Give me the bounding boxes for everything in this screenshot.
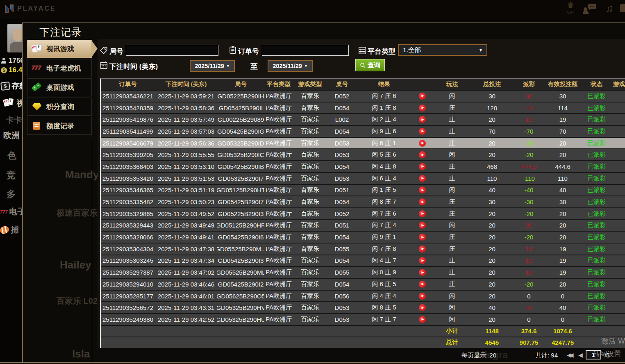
play-video-button[interactable]: ▶ bbox=[419, 151, 426, 158]
table-row[interactable]: 2511290353534202025-11-29 03:51:53GD0532… bbox=[101, 173, 625, 185]
play-video-button[interactable]: ▶ bbox=[419, 257, 426, 264]
cell-table-no: D054 bbox=[327, 161, 357, 172]
round-no-input[interactable] bbox=[126, 45, 218, 56]
cell-game-type: 百家乐 bbox=[293, 161, 327, 172]
table-row[interactable]: 2511290353463652025-11-29 03:51:19GD0512… bbox=[101, 185, 625, 197]
date-to-select[interactable]: 2025/11/29 ▼ bbox=[268, 60, 313, 72]
first-page-button[interactable]: ◀◀ bbox=[567, 352, 572, 358]
table-row[interactable]: 2511290352493802025-11-29 03:42:52GD0532… bbox=[101, 314, 625, 326]
nav-video[interactable]: K♥9 视 bbox=[3, 98, 25, 109]
table-row[interactable]: 2511290353354822025-11-29 03:50:23GD0542… bbox=[101, 196, 625, 208]
sidebar-item-points-query[interactable]: 积分查询 bbox=[27, 98, 92, 116]
play-video-button[interactable]: ▶ bbox=[419, 105, 426, 111]
cell-result: 闲 6 庄 4 bbox=[357, 173, 411, 184]
play-video-button[interactable]: ▶ bbox=[419, 128, 426, 135]
play-video-button[interactable]: ▶ bbox=[419, 234, 426, 241]
nav-buyu[interactable]: 捕 bbox=[0, 224, 19, 235]
table-row[interactable]: 2511290353294432025-11-29 03:49:49GD0512… bbox=[101, 220, 625, 232]
nav-europe[interactable]: 欧洲 bbox=[3, 130, 20, 141]
cell-game-type: 百家乐 bbox=[293, 291, 327, 302]
cell-game-type: 百家乐 bbox=[293, 267, 327, 278]
table-row[interactable]: 2511290353298652025-11-29 03:49:52GD0522… bbox=[101, 208, 625, 220]
play-video-button[interactable]: ▶ bbox=[419, 316, 426, 323]
cell-result: 闲 9 庄 6 bbox=[357, 126, 411, 137]
play-video-button[interactable]: ▶ bbox=[419, 304, 426, 311]
table-row[interactable]: 2511290354114992025-11-29 03:57:03GD0542… bbox=[101, 126, 625, 138]
sidebar-item-credit-records[interactable]: 额度记录 bbox=[27, 117, 92, 135]
nav-se[interactable]: 色 bbox=[7, 150, 16, 162]
play-video-button[interactable]: ▶ bbox=[419, 246, 426, 253]
nav-dianzi[interactable]: 777电子 bbox=[0, 206, 25, 217]
nav-jing[interactable]: 竞 bbox=[7, 169, 16, 182]
table-header-row: 订单号下注时间 (美东)局号平台类型游戏类型桌号结果玩法总投注派彩有效投注额状态… bbox=[101, 79, 625, 91]
sidebar-item-label: 额度记录 bbox=[46, 121, 74, 131]
support-chat-icon[interactable]: ••• bbox=[583, 4, 597, 14]
play-video-button[interactable]: ▶ bbox=[419, 293, 426, 300]
cell-extra bbox=[612, 149, 625, 160]
table-row[interactable]: 2511290353280662025-11-29 03:49:41GD0542… bbox=[101, 232, 625, 243]
table-row[interactable]: 2511290352851772025-11-29 03:46:01GD0562… bbox=[101, 291, 625, 303]
nav-duo[interactable]: 多 bbox=[7, 188, 16, 200]
cell-round-no: GD05125B290HR bbox=[217, 220, 264, 231]
cell-order-no: 251129035419876 bbox=[101, 114, 155, 125]
cell-status: 已派彩 bbox=[581, 138, 612, 149]
table-body: 2511290354362212025-11-29 03:59:21GD0522… bbox=[101, 91, 625, 349]
date-from-select[interactable]: 2025/11/29 ▼ bbox=[190, 60, 235, 72]
cell-payout: 19 bbox=[514, 255, 544, 266]
play-video-button[interactable]: ▶ bbox=[419, 198, 426, 205]
cell-order-no: 251129035428359 bbox=[101, 102, 155, 114]
summary-cell-bet-time bbox=[155, 337, 217, 348]
nav-kaka[interactable]: 卡卡 bbox=[6, 114, 22, 125]
music-icon[interactable]: ♫ bbox=[605, 2, 613, 14]
table-row[interactable]: 2511290354198762025-11-29 03:57:49GL0022… bbox=[101, 114, 625, 126]
cell-bet-time: 2025-11-29 03:51:53 bbox=[155, 173, 217, 184]
summary-cell-bet-time bbox=[155, 326, 217, 337]
cell-play: ▶ bbox=[411, 126, 434, 137]
cell-payout: 0 bbox=[514, 314, 544, 325]
play-video-button[interactable]: ▶ bbox=[419, 281, 426, 288]
cell-order-no: 251129035303245 bbox=[101, 255, 155, 266]
cell-play: ▶ bbox=[411, 267, 434, 278]
play-video-button[interactable]: ▶ bbox=[419, 116, 426, 123]
table-row[interactable]: 2511290354066792025-11-29 03:56:36GD0532… bbox=[101, 138, 625, 150]
cell-total-bet: 468 bbox=[470, 161, 514, 172]
cut-off-icon[interactable] bbox=[620, 4, 625, 12]
table-row[interactable]: 2511290353992052025-11-29 03:55:55GD0532… bbox=[101, 149, 625, 161]
play-video-button[interactable]: ▶ bbox=[419, 163, 426, 170]
cell-play: ▶ bbox=[411, 255, 434, 266]
play-video-button[interactable]: ▶ bbox=[419, 187, 426, 193]
table-row[interactable]: 2511290352940102025-11-29 03:46:46GD0542… bbox=[101, 279, 625, 291]
cell-bet-time: 2025-11-29 03:58:36 bbox=[155, 102, 217, 114]
table-row[interactable]: 2511290354362212025-11-29 03:59:21GD0522… bbox=[101, 91, 625, 102]
play-video-button[interactable]: ▶ bbox=[419, 93, 426, 100]
prev-page-button[interactable]: ◀ bbox=[578, 352, 583, 358]
play-video-button[interactable]: ▶ bbox=[419, 175, 426, 182]
sidebar-item-slots[interactable]: 777 电子老虎机 bbox=[27, 59, 92, 77]
order-no-input[interactable] bbox=[262, 45, 349, 56]
cell-play: ▶ bbox=[411, 102, 434, 114]
table-row[interactable]: 2511290352973872025-11-29 03:47:02GD0552… bbox=[101, 267, 625, 279]
cell-valid-bet: 40 bbox=[544, 185, 581, 196]
play-video-button[interactable]: ▶ bbox=[419, 140, 426, 147]
sidebar-item-table-games[interactable]: 桌面游戏 bbox=[27, 78, 92, 96]
table-row[interactable]: 2511290352565722025-11-29 03:43:31GD0532… bbox=[101, 302, 625, 314]
cell-platform: PA欧洲厅 bbox=[264, 161, 293, 172]
balance: $16.4 bbox=[1, 66, 22, 74]
search-button[interactable]: 查询 bbox=[355, 59, 385, 71]
platform-type-select[interactable]: 1.全部 ▼ bbox=[398, 44, 487, 56]
cell-payout: -40 bbox=[514, 185, 544, 196]
cell-total-bet: 20 bbox=[470, 291, 514, 302]
summary-cell-play bbox=[411, 337, 434, 348]
table-row[interactable]: 2511290353043042025-11-29 03:47:38GD0552… bbox=[101, 243, 625, 255]
summary-cell-extra bbox=[612, 326, 625, 337]
table-row[interactable]: 2511290353032452025-11-29 03:47:34GD0542… bbox=[101, 255, 625, 267]
table-row[interactable]: 2511290353684032025-11-29 03:53:10GD0542… bbox=[101, 161, 625, 173]
table-row[interactable]: 2511290354283592025-11-29 03:58:36GD0542… bbox=[101, 102, 625, 114]
cell-platform: PA欧洲厅 bbox=[264, 185, 293, 196]
cell-status: 已派彩 bbox=[581, 291, 612, 302]
play-video-button[interactable]: ▶ bbox=[419, 210, 426, 217]
sidebar-item-video-games[interactable]: K♥9 视讯游戏 bbox=[27, 40, 92, 58]
vip-icon[interactable]: ♛VIP bbox=[562, 2, 579, 16]
play-video-button[interactable]: ▶ bbox=[419, 269, 426, 276]
play-video-button[interactable]: ▶ bbox=[419, 222, 426, 229]
